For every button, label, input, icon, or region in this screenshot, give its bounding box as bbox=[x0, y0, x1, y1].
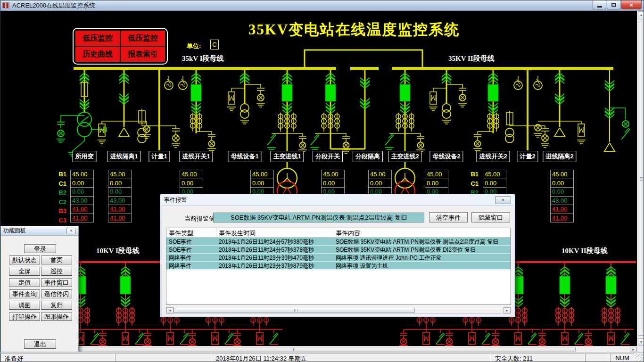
event-cell: 网络事项 通讯管理进程 John-PC 工作正常 bbox=[333, 254, 511, 261]
maximize-icon bbox=[611, 3, 616, 7]
window-titlebar: ACREL2000在线温度监控系统 × bbox=[0, 0, 644, 11]
panel-button-home[interactable]: 首页 bbox=[41, 255, 72, 264]
event-cell: 网络事件 bbox=[166, 262, 216, 269]
v-scrollbar[interactable]: ▲ ▼ bbox=[637, 11, 644, 352]
event-cell: 2018年1月26日11时23分37秒879毫秒 bbox=[216, 262, 333, 269]
event-dialog-titlebar[interactable]: 事件报警 × bbox=[160, 194, 515, 206]
status-ready: 准备好 bbox=[0, 354, 115, 362]
resize-grip[interactable] bbox=[635, 354, 644, 362]
event-dialog-title: 事件报警 bbox=[164, 196, 187, 204]
scroll-right-button[interactable]: ► bbox=[630, 347, 637, 352]
bus-label-35kv-2: 35KV II段母线 bbox=[448, 54, 495, 63]
event-column-header[interactable]: 事件类型 bbox=[166, 228, 216, 237]
panel-button-fullscreen[interactable]: 全屏 bbox=[9, 267, 40, 276]
event-table-hscrollbar[interactable]: ◄ ► bbox=[166, 307, 511, 314]
page-title: 35KV变电站在线温度监控系统 bbox=[217, 20, 491, 40]
temp-row-label: B3 bbox=[53, 206, 66, 216]
event-hscrollbar-thumb[interactable] bbox=[173, 308, 415, 313]
unit-value-box[interactable]: C bbox=[210, 40, 219, 49]
close-icon: × bbox=[502, 197, 504, 203]
panel-button-remote-control[interactable]: 遥控 bbox=[41, 267, 72, 276]
bus-label-35kv-1: 35kV I段母线 bbox=[182, 54, 224, 63]
event-row[interactable]: SOE事件2018年1月26日11时24分57秒380毫秒SOE数据 35KV变… bbox=[166, 238, 511, 246]
event-cell: 网络事项 设置为主机 bbox=[333, 262, 511, 269]
event-dialog-close-button[interactable]: × bbox=[495, 196, 511, 204]
panel-button-graphic-operation[interactable]: 图形操作 bbox=[41, 312, 72, 321]
temp-row-label: C1 bbox=[465, 179, 479, 189]
temp-value-cell: 0.00 bbox=[425, 179, 448, 188]
event-alarm-dialog: 事件报警 × 当前报警信息 SOE数据 35KV变电站 ARTM-PN测温仪表 … bbox=[160, 194, 515, 317]
scroll-down-button[interactable]: ▼ bbox=[638, 338, 644, 346]
temp-value-cell: 41.00 bbox=[108, 205, 132, 214]
bus-label-10kv-2: 10KV II段母线 bbox=[561, 247, 608, 255]
h-scrollbar-thumb[interactable] bbox=[8, 347, 576, 352]
arrow-right-icon: ► bbox=[632, 348, 635, 351]
event-cell: SOE事件 bbox=[166, 238, 216, 245]
event-table-rows: SOE事件2018年1月26日11时24分57秒380毫秒SOE数据 35KV变… bbox=[166, 238, 511, 270]
status-safe-days: 安全天数: 211 bbox=[491, 354, 585, 362]
temp-value-cell: 0.00 bbox=[180, 179, 203, 188]
temp-value-cell: 45.00 bbox=[180, 170, 203, 179]
window-title: ACREL2000在线温度监控系统 bbox=[12, 1, 95, 10]
bay-label: 所用变 bbox=[73, 151, 97, 162]
panel-button-event-window[interactable]: 事件窗口 bbox=[41, 278, 72, 287]
nav-button-history-curve[interactable]: 历史曲线 bbox=[75, 47, 120, 62]
temp-value-cell: 41.00 bbox=[70, 214, 94, 223]
bay-label: 分段隔离 bbox=[353, 151, 383, 162]
temp-value-cell: 0.00 bbox=[550, 179, 574, 188]
temp-value-cell: 41.00 bbox=[70, 205, 94, 214]
event-cell: 网络事件 bbox=[166, 254, 216, 261]
panel-button-login[interactable]: 登录 bbox=[24, 244, 56, 253]
scroll-right-button[interactable]: ► bbox=[504, 307, 511, 313]
function-panel-window: 功能面板 × 登录默认状态首页全屏遥控定值事件窗口事件查询遥信停闪调图复归打印操… bbox=[0, 226, 79, 352]
panel-button-exit[interactable]: 退出 bbox=[24, 339, 56, 349]
scroll-up-button[interactable]: ▲ bbox=[638, 11, 644, 18]
panel-button-signal-stop-flash[interactable]: 遥信停闪 bbox=[41, 289, 72, 298]
event-column-header[interactable]: 事件发生时间 bbox=[216, 228, 333, 237]
nav-button-lv-monitor-2[interactable]: 低压监控 bbox=[121, 31, 165, 46]
bay-label: 计量1 bbox=[149, 151, 170, 162]
hide-window-button[interactable]: 隐藏窗口 bbox=[471, 212, 510, 222]
panel-button-print-operation[interactable]: 打印操作 bbox=[9, 312, 40, 321]
close-button[interactable]: × bbox=[621, 0, 642, 9]
temp-value-cell: 0.00 bbox=[368, 179, 392, 188]
minimize-button[interactable] bbox=[593, 0, 606, 9]
temp-value-cell: 43.00 bbox=[108, 196, 132, 206]
bay-label: 进线开关2 bbox=[476, 151, 510, 162]
event-row[interactable]: 网络事件2018年1月26日11时23分39秒470毫秒网络事项 通讯管理进程 … bbox=[166, 254, 511, 262]
temp-value-cell: 0.00 bbox=[108, 187, 132, 197]
nav-button-report-index[interactable]: 报表索引 bbox=[121, 47, 165, 62]
panel-button-setpoint[interactable]: 定值 bbox=[9, 278, 40, 287]
function-panel-close-button[interactable]: × bbox=[66, 228, 76, 234]
temp-value-cell: 0.00 bbox=[550, 187, 574, 197]
panel-button-event-query[interactable]: 事件查询 bbox=[9, 289, 40, 298]
panel-button-load-diagram[interactable]: 调图 bbox=[9, 301, 40, 310]
status-empty-1 bbox=[115, 354, 212, 362]
event-row[interactable]: 网络事件2018年1月26日11时23分37秒879毫秒网络事项 设置为主机 bbox=[166, 262, 511, 270]
current-alarm-box: SOE数据 35KV变电站 ARTM-PN测温仪表 测温点2温度过高 复归 bbox=[213, 213, 424, 222]
arrow-left-icon: ◄ bbox=[168, 309, 172, 312]
panel-button-reset[interactable]: 复归 bbox=[41, 301, 72, 310]
clear-events-button[interactable]: 清空事件 bbox=[429, 212, 468, 222]
bay-label: 主变进线2 bbox=[388, 151, 421, 162]
temp-value-cell: 45.00 bbox=[321, 170, 345, 179]
bay-label: 进线开关1 bbox=[179, 151, 213, 162]
v-scrollbar-thumb[interactable] bbox=[638, 19, 644, 336]
bay-label: 进线隔离1 bbox=[107, 151, 140, 162]
panel-button-default-state[interactable]: 默认状态 bbox=[9, 255, 40, 264]
maximize-button[interactable] bbox=[607, 0, 620, 9]
event-row[interactable]: SOE事件2018年1月26日11时24分57秒378毫秒SOE数据 35KV变… bbox=[166, 246, 511, 254]
temp-value-cell: 43.00 bbox=[70, 196, 94, 206]
function-panel-titlebar[interactable]: 功能面板 × bbox=[1, 226, 78, 236]
scroll-left-button[interactable]: ◄ bbox=[166, 307, 173, 313]
bus-label-10kv-1: 10KV I段母线 bbox=[96, 247, 140, 255]
temp-row-label: B1 bbox=[53, 170, 66, 179]
temp-value-cell: 41.00 bbox=[550, 205, 574, 214]
temp-value-cell: 45.00 bbox=[108, 170, 132, 179]
status-num-lock: NUM bbox=[610, 354, 635, 362]
event-column-header[interactable]: 事件内容 bbox=[333, 228, 511, 237]
status-datetime: 2018年01月26日 11:24:32 星期五 bbox=[212, 354, 491, 362]
h-scrollbar[interactable]: ◄ ► bbox=[0, 346, 637, 352]
nav-button-lv-monitor-1[interactable]: 低压监控 bbox=[75, 31, 120, 46]
function-panel-title: 功能面板 bbox=[3, 227, 26, 235]
